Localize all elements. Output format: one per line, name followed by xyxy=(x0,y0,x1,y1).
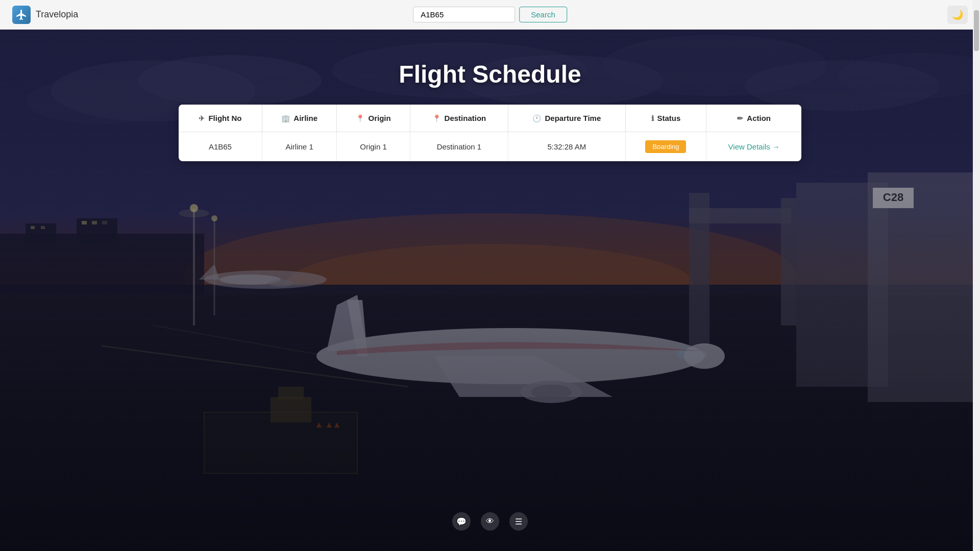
col-header-origin: 📍 Origin xyxy=(337,105,410,132)
hero-section: C28 xyxy=(0,30,980,551)
search-input[interactable] xyxy=(413,7,515,22)
eye-icon: 👁 xyxy=(486,517,494,526)
chat-icon-button[interactable]: 💬 xyxy=(452,512,471,531)
cell-flight-no: A1B65 xyxy=(179,132,262,162)
cell-destination: Destination 1 xyxy=(410,132,508,162)
pin-dest-icon: 📍 xyxy=(432,114,441,122)
cell-airline: Airline 1 xyxy=(262,132,337,162)
col-header-flight-no: ✈ Flight No xyxy=(179,105,262,132)
col-header-status: ℹ Status xyxy=(625,105,706,132)
clock-icon: 🕐 xyxy=(532,114,541,122)
brand-logo xyxy=(12,6,31,24)
chat-icon: 💬 xyxy=(456,517,467,527)
scrollbar[interactable] xyxy=(973,0,980,551)
flight-table-container: ✈ Flight No 🏢 Airline � xyxy=(179,105,801,161)
pin-origin-icon: 📍 xyxy=(356,114,364,122)
status-badge: Boarding xyxy=(645,140,686,153)
airplane-icon: ✈ xyxy=(199,114,205,122)
col-header-airline: 🏢 Airline xyxy=(262,105,337,132)
table-row: A1B65 Airline 1 Origin 1 Destination 1 5… xyxy=(179,132,801,162)
eye-icon-button[interactable]: 👁 xyxy=(481,512,499,531)
flight-table: ✈ Flight No 🏢 Airline � xyxy=(179,105,801,161)
building-icon: 🏢 xyxy=(281,114,290,122)
hero-content: Flight Schedule ✈ Flight No 🏢 xyxy=(0,30,980,161)
search-bar: Search xyxy=(413,7,567,22)
view-details-link[interactable]: View Details → xyxy=(717,142,791,151)
navbar: Travelopia Search 🌙 xyxy=(0,0,980,30)
moon-icon: 🌙 xyxy=(952,9,963,20)
table-header: ✈ Flight No 🏢 Airline � xyxy=(179,105,801,132)
table-body: A1B65 Airline 1 Origin 1 Destination 1 5… xyxy=(179,132,801,162)
edit-icon: ✏ xyxy=(737,114,743,122)
list-icon: ☰ xyxy=(515,517,522,527)
brand-name: Travelopia xyxy=(36,9,78,20)
page-title: Flight Schedule xyxy=(399,60,581,88)
cell-departure-time: 5:32:28 AM xyxy=(508,132,625,162)
dark-mode-toggle[interactable]: 🌙 xyxy=(947,6,968,24)
col-header-destination: 📍 Destination xyxy=(410,105,508,132)
col-header-departure: 🕐 Departure Time xyxy=(508,105,625,132)
scroll-thumb[interactable] xyxy=(974,10,979,51)
cell-status: Boarding xyxy=(625,132,706,162)
list-icon-button[interactable]: ☰ xyxy=(509,512,528,531)
bottom-icon-bar: 💬 👁 ☰ xyxy=(452,512,528,531)
search-button[interactable]: Search xyxy=(519,7,567,22)
brand: Travelopia xyxy=(12,6,78,24)
info-icon: ℹ xyxy=(651,114,654,122)
col-header-action: ✏ Action xyxy=(706,105,801,132)
cell-action: View Details → xyxy=(706,132,801,162)
cell-origin: Origin 1 xyxy=(337,132,410,162)
